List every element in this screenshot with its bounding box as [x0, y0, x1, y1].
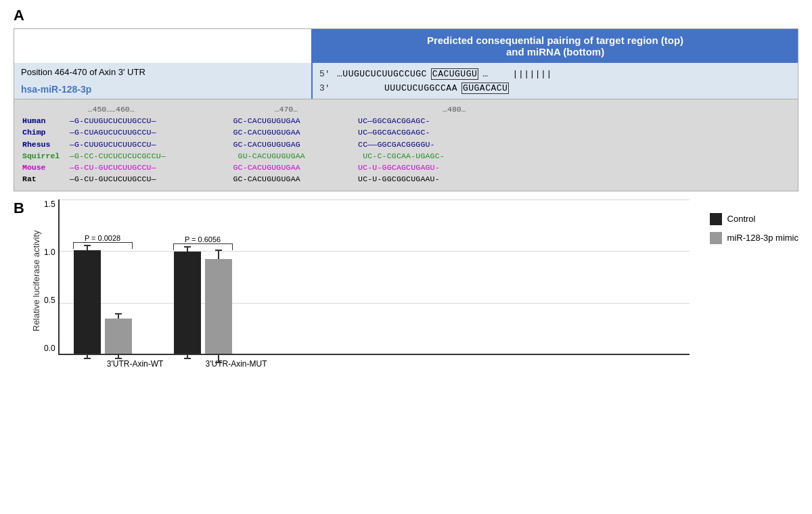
- prime5-label: 5′: [319, 69, 333, 79]
- top-seq-dots: …UUGUCUCUUGCCUGC: [337, 69, 427, 79]
- error-cap-bot-m: [115, 358, 122, 359]
- align-seq: —G-CUAGUCUCUUGCCU— GC-CACUGUGUGAA UC—GGC…: [70, 126, 430, 138]
- legend-box-mimic: [710, 232, 722, 244]
- y-axis-label: Relative luciferase activity: [31, 206, 41, 355]
- alignment-section: …450……460… …470… …480… Human—G-CUUGUCUCU…: [14, 99, 798, 191]
- error-bar-mut-mimic-bot: [215, 354, 222, 363]
- section-b-label: B: [14, 200, 24, 217]
- bar-group-wt: P = 0.0028: [73, 234, 133, 354]
- error-bar-mut-mimic: [215, 250, 222, 259]
- y-label-05: 0.5: [44, 296, 55, 305]
- legend-box-control: [710, 213, 722, 225]
- pairing-right-col: 5′ …UUGUCUCUUGCCUGCCACUGUGU… ||||||| 3′ …: [312, 63, 798, 99]
- bar-wt-mimic-fill: [105, 319, 132, 354]
- predicted-pairing-title: Predicted consequential pairing of targe…: [427, 34, 683, 57]
- error-bar-wt-control: [84, 245, 91, 250]
- error-bar-wt-mimic: [115, 313, 122, 319]
- alignment-row: Squirrel—G-CC-CUCUCUCUCGCCU— GU-CACUGUGU…: [22, 150, 790, 162]
- alignment-row: Mouse—G-CU-GUCUCUUGCCU— GC-CACUGUGUGAA U…: [22, 162, 790, 173]
- main-container: A Predicted consequential pairing of tar…: [14, 7, 798, 369]
- align-seq: —G-CUUGUCUCUUGCCU— GC-CACUGUGUGAA UC—GGC…: [70, 115, 430, 126]
- species-label: Squirrel: [22, 150, 70, 162]
- x-axis-labels: 3'UTR-Axin-WT 3'UTR-Axin-MUT: [58, 359, 690, 369]
- position-text: Position 464-470 of Axin 3′ UTR: [21, 67, 304, 77]
- bar-mut-control-fill: [174, 252, 201, 354]
- legend-mimic: miR-128-3p mimic: [710, 232, 798, 244]
- species-label: Human: [22, 115, 70, 126]
- chart-with-yaxis: 1.5 1.0 0.5 0.0: [44, 200, 690, 369]
- bars-wrapper: P = 0.0028: [58, 200, 690, 369]
- error-line-m: [118, 314, 119, 319]
- pvalue-wt-text: P = 0.0028: [85, 234, 120, 242]
- error-cap-bot: [84, 358, 91, 359]
- species-label: Rhesus: [22, 139, 70, 150]
- section-b: B Relative luciferase activity 1.5 1.0 0…: [14, 200, 798, 369]
- pairing-table: Position 464-470 of Axin 3′ UTR hsa-miR-…: [14, 63, 798, 99]
- error-line-bot-mm: [218, 354, 219, 362]
- legend-label-control: Control: [727, 214, 756, 224]
- error-bar-mut-control: [184, 246, 191, 252]
- alignment-row: Human—G-CUUGUCUCUUGCCU— GC-CACUGUGUGAA U…: [22, 115, 790, 126]
- alignment-rows: Human—G-CUUGUCUCUUGCCU— GC-CACUGUGUGAA U…: [22, 115, 790, 185]
- error-bar-wt-mimic-bot: [115, 354, 122, 359]
- chart-container: 1.5 1.0 0.5 0.0: [44, 200, 690, 369]
- bar-mut-mimic: [205, 259, 232, 354]
- y-label-00: 0.0: [44, 344, 55, 353]
- pvalue-wt: P = 0.0028: [73, 234, 133, 249]
- y-label-15: 1.5: [44, 200, 55, 209]
- align-ruler: …450……460… …470… …480…: [22, 105, 790, 114]
- bar-wt-mimic: [105, 319, 132, 354]
- pvalue-mut-text: P = 0.6056: [185, 235, 221, 243]
- bar-mut-mimic-fill: [205, 259, 232, 354]
- error-bar-wt-control-bot: [84, 354, 91, 359]
- pairing-left-col: Position 464-470 of Axin 3′ UTR hsa-miR-…: [14, 63, 312, 99]
- alignment-row: Rhesus—G-CUUGUCUCUUGCCU— GC-CACUGUGUGAG …: [22, 139, 790, 150]
- species-label: Mouse: [22, 162, 70, 173]
- prime3-label: 3′: [319, 83, 333, 93]
- bar-pair-mut: [174, 252, 232, 354]
- legend-control: Control: [710, 213, 798, 225]
- panel-a: Predicted consequential pairing of targe…: [14, 28, 798, 191]
- align-seq: —G-CC-CUCUCUCUCGCCU— GU-CACUGUGUGAA UC-C…: [70, 150, 445, 162]
- y-label-10: 1.0: [44, 248, 55, 257]
- align-seq: —G-CU-GUCUCUUGCCU— GC-CACUGUGUGAA UC-U-G…: [70, 162, 440, 173]
- bottom-seq-pre: UUUCUCUGGCCAA: [384, 83, 457, 93]
- binding-lines: |||||||: [513, 69, 552, 79]
- error-cap-bot-mc: [184, 358, 191, 359]
- top-seq-boxed: CACUGUGU: [431, 68, 478, 80]
- legend: Control miR-128-3p mimic: [710, 213, 798, 244]
- bars-container: P = 0.0028: [58, 200, 690, 355]
- error-line: [87, 246, 88, 250]
- top-seq-end: …: [482, 69, 488, 79]
- section-a-label: A: [14, 7, 798, 24]
- error-line-mm: [218, 251, 219, 259]
- pvalue-mut: P = 0.6056: [173, 235, 233, 250]
- bracket-wt: [73, 242, 133, 249]
- error-cap-bot-mm: [215, 362, 222, 363]
- bar-group-mut: P = 0.6056: [173, 235, 233, 354]
- y-labels: 1.5 1.0 0.5 0.0: [44, 200, 55, 355]
- legend-label-mimic: miR-128-3p mimic: [727, 233, 798, 243]
- alignment-row: Chimp—G-CUAGUCUCUUGCCU— GC-CACUGUGUGAA U…: [22, 126, 790, 138]
- species-label: Chimp: [22, 126, 70, 138]
- bar-wt-control: [74, 250, 101, 354]
- align-seq: —G-CU-GUCUCUUGCCU— GC-CACUGUGUGAA UC-U-G…: [70, 173, 440, 185]
- align-seq: —G-CUUGUCUCUUGCCU— GC-CACUGUGUGAG CC——GG…: [70, 139, 435, 150]
- mirna-label: hsa-miR-128-3p: [21, 84, 304, 95]
- bottom-seq-line: 3′ UUUCUCUGGCCAAGUGACACU: [319, 83, 791, 94]
- error-bar-mut-control-bot: [184, 354, 191, 359]
- table-right-header: Predicted consequential pairing of targe…: [312, 29, 798, 63]
- bar-wt-control-fill: [74, 250, 101, 354]
- top-seq-line: 5′ …UUGUCUCUUGCCUGCCACUGUGU… |||||||: [319, 68, 791, 80]
- bracket-mut: [173, 243, 233, 250]
- bar-mut-control: [174, 252, 201, 354]
- species-label: Rat: [22, 173, 70, 185]
- x-label-wt: 3'UTR-Axin-WT: [106, 359, 165, 369]
- alignment-row: Rat—G-CU-GUCUCUUGCCU— GC-CACUGUGUGAA UC-…: [22, 173, 790, 185]
- bottom-seq-boxed: GUGACACU: [461, 83, 509, 94]
- error-line-mc: [187, 248, 188, 252]
- chart-and-legend: Relative luciferase activity 1.5 1.0 0.5…: [31, 200, 798, 369]
- target-region-table: Predicted consequential pairing of targe…: [14, 29, 798, 63]
- table-left-header: [14, 29, 312, 63]
- bar-pair-wt: [74, 250, 132, 354]
